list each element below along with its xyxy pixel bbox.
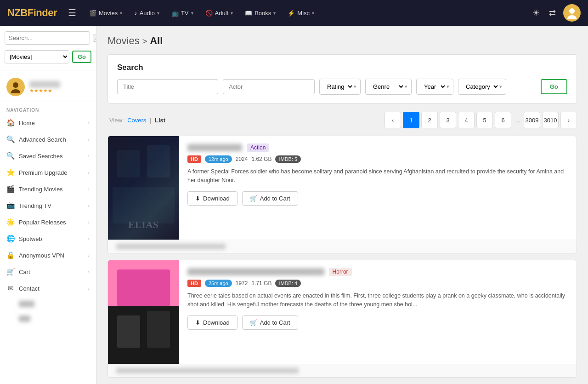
pagination-page-1[interactable]: 1 [403, 112, 419, 128]
thumb-overlay-1: ELIAS [108, 136, 179, 240]
books-icon: 📖 [245, 10, 252, 17]
sidebar-item-trending-tv[interactable]: 📺 Trending TV › [0, 197, 96, 214]
sidebar-item-popular-releases[interactable]: 🌟 Popular Releases › [0, 214, 96, 230]
home-chevron: › [88, 120, 90, 126]
popular-releases-chevron: › [88, 219, 90, 225]
sidebar-item-trending-movies[interactable]: 🎬 Trending Movies › [0, 181, 96, 197]
sidebar-item-extra1[interactable]: •••••••• [0, 297, 96, 311]
breadcrumb-movies: Movies [107, 35, 140, 47]
pagination-next[interactable]: › [560, 112, 577, 128]
rating-select-wrap: Rating 1234 5678 910 ▾ [319, 79, 361, 95]
download-button-1[interactable]: ⬇ Download [187, 191, 237, 206]
spotweb-chevron: › [88, 236, 90, 241]
theme-toggle-button[interactable]: ☀ [531, 6, 542, 20]
sidebar-item-saved-searches[interactable]: 🔍 Saved Searches › [0, 148, 96, 164]
brand-logo: NZBFinder [7, 7, 57, 19]
spotweb-icon: 🌐 [6, 235, 15, 243]
result-footer-1: From: ████ ████ ████ • ████ ████████ [108, 240, 577, 253]
nav-misc[interactable]: ⚡ Misc ▾ [282, 7, 320, 19]
home-icon: 🏠 [6, 119, 15, 127]
download-button-2[interactable]: ⬇ Download [187, 315, 237, 330]
movies-chevron: ▾ [120, 11, 122, 16]
sidebar-go-button[interactable]: Go [72, 51, 91, 63]
layout: / [Movies] TV Audio Books Misc Go ••••••… [0, 26, 588, 384]
pagination-page-4[interactable]: 4 [458, 112, 475, 128]
view-list-link[interactable]: List [155, 117, 165, 124]
sidebar-divider-1 [0, 70, 96, 70]
main-content: Movies > All Search Rating 1234 5678 910… [96, 26, 588, 384]
breadcrumb-sep: > [142, 37, 147, 46]
advanced-search-chevron: › [88, 137, 90, 142]
nav-tv[interactable]: 📺 TV ▾ [166, 7, 199, 19]
topnav-menu: 🎬 Movies ▾ ♪ Audio ▾ 📺 TV ▾ 🚫 Adult ▾ 📖 … [84, 7, 527, 19]
pagination-prev[interactable]: ‹ [384, 112, 401, 128]
nav-audio[interactable]: ♪ Audio ▾ [129, 7, 165, 19]
download-icon-1: ⬇ [195, 195, 200, 202]
sidebar-user: •••••••••••• ★★★★★ [0, 72, 96, 102]
sidebar-user-info: •••••••••••• ★★★★★ [29, 80, 60, 94]
trending-movies-chevron: › [88, 186, 90, 192]
result-title-row-1: ████████████ Action [187, 143, 568, 152]
premium-icon: ⭐ [6, 168, 15, 177]
result-footer-2: ██████████ ████ ████ ████████ ████ • ███… [108, 364, 577, 377]
refresh-button[interactable]: ⇄ [547, 6, 558, 20]
sidebar-item-cart[interactable]: 🛒 Cart › [0, 264, 96, 280]
sidebar-item-anonymous-vpn[interactable]: 🔒 Anonymous VPN › [0, 247, 96, 264]
pagination-page-5[interactable]: 5 [476, 112, 493, 128]
user-avatar[interactable] [563, 4, 581, 22]
result-title-row-2: ██████████████████████████████ Horror [187, 268, 568, 276]
premium-chevron: › [88, 170, 90, 175]
sidebar-item-contact[interactable]: ✉ Contact › [0, 280, 96, 297]
search-panel-title: Search [117, 63, 567, 72]
result-actions-1: ⬇ Download 🛒 Add to Cart [187, 191, 568, 206]
search-input[interactable] [5, 31, 90, 45]
actor-input[interactable] [223, 79, 315, 94]
result-info-1: ████████████ Action HD 12m ago 2024 1.62… [179, 136, 577, 240]
sidebar-avatar-icon [9, 80, 22, 93]
category-select[interactable]: Category HDSDBluRay4K [462, 79, 499, 94]
pagination-page-3010[interactable]: 3010 [542, 112, 559, 128]
search-panel: Search Rating 1234 5678 910 ▾ Genre [107, 54, 577, 103]
sidebar-item-home[interactable]: 🏠 Home › [0, 115, 96, 131]
title-input[interactable] [117, 79, 218, 94]
nav-adult[interactable]: 🚫 Adult ▾ [200, 7, 239, 19]
breadcrumb-all: All [150, 35, 163, 47]
pagination-page-3009[interactable]: 3009 [524, 112, 540, 128]
sidebar-item-premium-upgrade[interactable]: ⭐ Premium Upgrade › [0, 164, 96, 181]
page-header: Movies > All [107, 35, 577, 47]
view-covers-link[interactable]: Covers [127, 117, 146, 124]
audio-chevron: ▾ [157, 11, 159, 16]
genre-select[interactable]: Genre ActionComedyDrama HorrorThrillerSc… [369, 79, 405, 94]
pagination-page-3[interactable]: 3 [440, 112, 456, 128]
rating-select[interactable]: Rating 1234 5678 910 [323, 79, 354, 94]
sidebar-item-extra2[interactable]: •••••• [0, 311, 96, 326]
add-to-cart-button-1[interactable]: 🛒 Add to Cart [242, 191, 298, 206]
nav-movies[interactable]: 🎬 Movies ▾ [84, 7, 128, 19]
sidebar-item-advanced-search[interactable]: 🔍 Advanced Search › [0, 131, 96, 148]
cart-chevron: › [88, 269, 90, 275]
adult-chevron: ▾ [231, 11, 233, 16]
saved-searches-icon: 🔍 [6, 152, 15, 160]
result-card-1-body: ELIAS ████████████ Action HD 12m ago 202… [108, 136, 577, 240]
year-select[interactable]: Year 2024202320222021 20202019 [420, 79, 447, 94]
pagination-page-2[interactable]: 2 [421, 112, 438, 128]
books-chevron: ▾ [273, 11, 276, 16]
sidebar-item-spotweb[interactable]: 🌐 Spotweb › [0, 230, 96, 247]
svg-rect-12 [117, 269, 170, 306]
contact-chevron: › [88, 286, 90, 291]
search-go-button[interactable]: Go [541, 79, 567, 94]
vpn-icon: 🔒 [6, 251, 15, 259]
result-hd-badge-1: HD [187, 155, 201, 163]
result-genre-1: Action [247, 143, 269, 152]
svg-rect-9 [108, 136, 179, 240]
nav-books[interactable]: 📖 Books ▾ [239, 7, 281, 19]
pagination-page-6[interactable]: 6 [495, 112, 511, 128]
add-to-cart-button-2[interactable]: 🛒 Add to Cart [242, 315, 298, 330]
svg-point-1 [567, 15, 577, 19]
misc-chevron: ▾ [312, 11, 314, 16]
result-actions-2: ⬇ Download 🛒 Add to Cart [187, 315, 568, 330]
saved-searches-chevron: › [88, 153, 90, 159]
result-title-2: ██████████████████████████████ [187, 268, 324, 275]
category-select[interactable]: [Movies] TV Audio Books Misc [5, 50, 69, 63]
hamburger-button[interactable]: ☰ [64, 6, 80, 20]
